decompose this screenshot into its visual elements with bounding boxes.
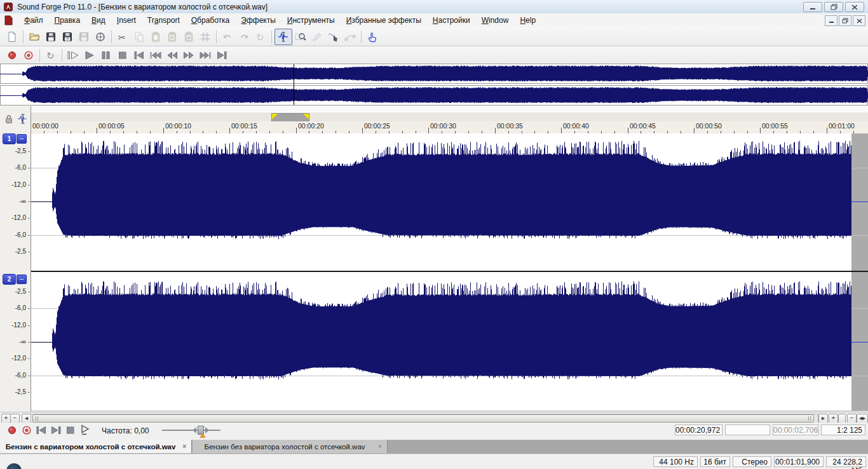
- time-ruler[interactable]: 00:00:0000:00:0500:00:1000:00:1500:00:20…: [31, 121, 868, 134]
- magnify-tool-button[interactable]: [292, 29, 309, 44]
- record-button[interactable]: [4, 48, 20, 63]
- channel-1-badge[interactable]: 1: [3, 133, 16, 144]
- copy-button[interactable]: [131, 29, 147, 44]
- scroll-right-button[interactable]: ▸: [818, 414, 828, 423]
- zoom-selection-button[interactable]: ◂▸: [857, 414, 868, 423]
- overview-waveform[interactable]: [0, 64, 868, 105]
- selection-marker-right-handle[interactable]: [303, 114, 309, 119]
- stop-button[interactable]: [114, 48, 131, 63]
- restore-button[interactable]: [824, 2, 843, 12]
- forward-fast-button[interactable]: [197, 48, 214, 63]
- redo-button[interactable]: [236, 29, 252, 44]
- selection-length-box[interactable]: 00:00:02,706: [773, 425, 818, 435]
- undo-button[interactable]: [219, 29, 236, 44]
- channel-2-minimize-button[interactable]: –: [17, 275, 27, 284]
- main-waveform[interactable]: [31, 133, 868, 411]
- db-scale-tick: [28, 235, 30, 236]
- close-button[interactable]: [845, 2, 864, 12]
- rewind-fast-button[interactable]: [147, 48, 164, 63]
- playbar-stop-button[interactable]: [64, 425, 78, 436]
- edit-tool-indicator-icon: [17, 113, 29, 127]
- rate-slider-left-arrow[interactable]: [193, 427, 196, 433]
- mdi-minimize-button[interactable]: [825, 15, 837, 26]
- pause-button[interactable]: [98, 48, 114, 63]
- zoom-ratio-box[interactable]: 1:2 125: [821, 425, 865, 435]
- paste-button[interactable]: [147, 29, 164, 44]
- menu-обработка[interactable]: Обработка: [186, 13, 236, 27]
- selection-marker-left-handle[interactable]: [272, 114, 278, 119]
- selection-marker[interactable]: [271, 113, 309, 122]
- go-to-start-button[interactable]: [131, 48, 147, 63]
- menu-правка[interactable]: Правка: [49, 13, 86, 27]
- zoom-in-time-button[interactable]: +: [829, 414, 838, 423]
- zoom-out-time-button[interactable]: −: [847, 414, 857, 423]
- new-file-button[interactable]: [4, 29, 20, 44]
- minimize-button[interactable]: [803, 2, 822, 12]
- zoom-out-left-button[interactable]: −: [10, 414, 20, 423]
- open-file-button[interactable]: [26, 29, 43, 44]
- go-to-end-button[interactable]: [214, 48, 230, 63]
- record-arm-button[interactable]: [20, 48, 37, 63]
- menu-инструменты[interactable]: Инструменты: [281, 13, 341, 27]
- menu-файл[interactable]: Файл: [18, 13, 49, 27]
- publish-button[interactable]: [92, 29, 109, 44]
- play-button[interactable]: [81, 48, 98, 63]
- svg-text:↻: ↻: [256, 32, 264, 43]
- save-button[interactable]: [43, 29, 59, 44]
- touch-tool-button[interactable]: [364, 29, 381, 44]
- channel-1-minimize-button[interactable]: –: [17, 134, 27, 144]
- play-all-button[interactable]: [65, 48, 81, 63]
- db-scale-label: -6,0: [0, 231, 26, 238]
- playbar-record-button[interactable]: [5, 425, 19, 436]
- ruler-major-tick: [362, 128, 363, 133]
- playbar-play-underline-button[interactable]: [78, 425, 92, 436]
- tab-close-icon[interactable]: ×: [377, 443, 387, 450]
- playbar-record-arm-button[interactable]: [20, 425, 34, 436]
- ruler-label: 00:00:25: [364, 122, 390, 130]
- selection-bar[interactable]: [31, 112, 868, 121]
- forward-button[interactable]: [180, 48, 197, 63]
- mdi-restore-button[interactable]: [839, 15, 851, 26]
- edit-tool-button[interactable]: [275, 29, 292, 45]
- menu-настройки[interactable]: Настройки: [427, 13, 476, 27]
- trim-button[interactable]: [197, 29, 214, 44]
- tab-close-icon[interactable]: ×: [181, 443, 191, 450]
- mdi-close-button[interactable]: [853, 15, 865, 26]
- bit-depth-box: 16 бит: [700, 456, 730, 467]
- position-box[interactable]: 00:00:20,972: [675, 425, 722, 435]
- horizontal-scrollbar[interactable]: [31, 414, 818, 423]
- event-tool-button[interactable]: [325, 29, 342, 44]
- menu-window[interactable]: Window: [476, 13, 515, 27]
- menu-избранные-эффекты[interactable]: Избранные эффекты: [341, 13, 427, 27]
- envelope-tool-button[interactable]: [342, 29, 358, 44]
- menu-эффекты[interactable]: Эффекты: [235, 13, 281, 27]
- loop-playback-button[interactable]: ↻: [43, 48, 59, 63]
- tab-benzin-bez-variatora[interactable]: Бензин без вариатора холостой с отсечкой…: [193, 440, 388, 453]
- save-as-button[interactable]: ?: [59, 29, 76, 44]
- rate-default-marker[interactable]: [200, 433, 206, 438]
- save-all-button[interactable]: [76, 29, 92, 44]
- playbar-go-to-end-button[interactable]: [49, 425, 63, 436]
- menu-help[interactable]: Help: [514, 13, 541, 27]
- zoom-in-left-button[interactable]: +: [1, 414, 11, 423]
- rewind-button[interactable]: [164, 48, 180, 63]
- menu-insert[interactable]: Insert: [111, 13, 142, 27]
- paste-special-button[interactable]: [164, 29, 180, 44]
- svg-text:↻: ↻: [46, 50, 55, 60]
- channel-2-badge[interactable]: 2: [3, 274, 16, 285]
- tab-benzin-s-variatorom[interactable]: Бензин с вариатором холостой с отсечкой.…: [0, 440, 192, 453]
- menu-вид[interactable]: Вид: [86, 13, 111, 27]
- document-tabs-bar: Бензин с вариатором холостой с отсечкой.…: [0, 440, 868, 454]
- repeat-button[interactable]: ↻: [252, 29, 269, 44]
- zoom-resolution-grip[interactable]: [838, 414, 846, 423]
- selection-start-box[interactable]: [725, 425, 770, 435]
- paste-to-new-button[interactable]: [180, 29, 197, 44]
- rate-slider-track[interactable]: [162, 430, 220, 431]
- ruler-label: 00:00:10: [165, 122, 191, 130]
- cut-button[interactable]: ✂: [114, 29, 131, 44]
- scrollbar-thumb[interactable]: [32, 414, 814, 423]
- playbar-go-to-start-button[interactable]: [34, 425, 48, 436]
- pencil-tool-button[interactable]: [309, 29, 325, 44]
- menu-transport[interactable]: Transport: [142, 13, 186, 27]
- scroll-left-button[interactable]: ◂: [22, 414, 31, 423]
